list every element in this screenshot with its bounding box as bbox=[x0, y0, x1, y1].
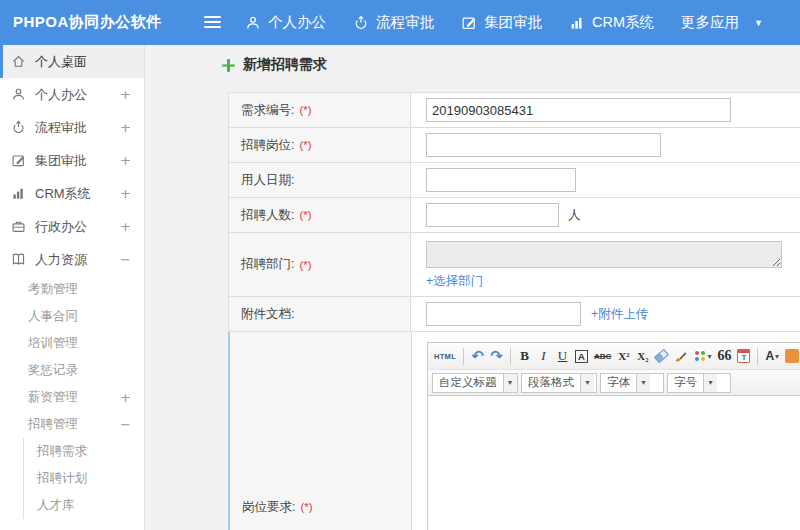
editor-toolbar-row1: HTML ↶ ↷ B I U A ABC X² X₂ ▾ bbox=[428, 343, 800, 370]
topnav-crm-system[interactable]: CRM系统 bbox=[569, 13, 654, 32]
sidebar-item-training-mgmt[interactable]: 培训管理 bbox=[0, 330, 144, 357]
sidebar-item-attendance-mgmt[interactable]: 考勤管理 bbox=[0, 276, 144, 303]
select-department-link[interactable]: +选择部门 bbox=[426, 273, 483, 290]
sidebar-sub-label: 招聘管理 bbox=[28, 416, 78, 433]
editor-content-area[interactable] bbox=[428, 396, 800, 530]
form-row-demand-number: 需求编号: (*) bbox=[228, 93, 800, 128]
font-family-dropdown[interactable]: 字体 ▾ bbox=[600, 373, 664, 393]
hiring-date-input[interactable] bbox=[426, 168, 576, 192]
form-row-headcount: 招聘人数: (*) 人 bbox=[228, 198, 800, 233]
chevron-down-icon: ▾ bbox=[775, 352, 779, 361]
sidebar-item-human-resources[interactable]: 人力资源 − bbox=[0, 243, 144, 276]
sidebar-item-hr-contract[interactable]: 人事合同 bbox=[0, 303, 144, 330]
edit-icon bbox=[11, 153, 26, 168]
topnav-more-apps[interactable]: 更多应用 bbox=[681, 13, 739, 32]
collapse-minus-icon[interactable]: − bbox=[120, 417, 131, 432]
edit-icon bbox=[461, 15, 477, 31]
expand-plus-icon[interactable]: + bbox=[120, 186, 131, 201]
sidebar-item-group-approval[interactable]: 集团审批 + bbox=[0, 144, 144, 177]
font-size-dropdown[interactable]: 字号 ▾ bbox=[667, 373, 731, 393]
recruit-submenu: 招聘需求 招聘计划 人才库 bbox=[23, 438, 144, 519]
form-row-recruit-position: 招聘岗位: (*) bbox=[228, 128, 800, 163]
sidebar-sub-label: 人事合同 bbox=[28, 308, 78, 325]
sidebar-item-reward-records[interactable]: 奖惩记录 bbox=[0, 357, 144, 384]
attachment-input[interactable] bbox=[426, 302, 581, 326]
chevron-down-icon[interactable]: ▼ bbox=[754, 18, 763, 28]
form-row-hiring-date: 用人日期: bbox=[228, 163, 800, 198]
sidebar-item-recruit-demand[interactable]: 招聘需求 bbox=[24, 438, 144, 465]
field-label: 用人日期: bbox=[229, 163, 411, 197]
subscript-button[interactable]: X₂ bbox=[634, 346, 651, 366]
align-center-button[interactable] bbox=[745, 380, 753, 386]
collapse-minus-icon[interactable]: − bbox=[120, 252, 131, 267]
form-row-position-requirements: 岗位要求: (*) HTML ↶ ↷ B I U A ABC bbox=[228, 332, 800, 530]
sidebar-item-salary-mgmt[interactable]: 薪资管理 + bbox=[0, 384, 144, 411]
headcount-input[interactable] bbox=[426, 203, 559, 227]
book-icon bbox=[11, 252, 26, 267]
expand-plus-icon[interactable]: + bbox=[120, 87, 131, 102]
sidebar-item-admin-office[interactable]: 行政办公 + bbox=[0, 210, 144, 243]
undo-icon[interactable]: ↶ bbox=[469, 346, 486, 366]
sidebar-item-recruit-plan[interactable]: 招聘计划 bbox=[24, 465, 144, 492]
align-right-button[interactable] bbox=[756, 380, 764, 386]
superscript-button[interactable]: X² bbox=[615, 346, 632, 366]
menu-toggle-icon[interactable] bbox=[204, 16, 221, 31]
paint-brush-icon[interactable] bbox=[674, 349, 688, 363]
align-justify-button[interactable] bbox=[767, 380, 775, 386]
eraser-icon[interactable] bbox=[654, 349, 669, 363]
rich-text-editor: HTML ↶ ↷ B I U A ABC X² X₂ ▾ bbox=[427, 342, 800, 530]
align-left-button[interactable] bbox=[734, 380, 742, 386]
sidebar: 个人桌面 个人办公 + 流程审批 + 集团审批 + CRM系统 + 行政办公 +… bbox=[0, 45, 145, 530]
expand-plus-icon[interactable]: + bbox=[120, 120, 131, 135]
form-row-attachment: 附件文档: +附件上传 bbox=[228, 297, 800, 332]
color-palette-button[interactable]: ▾ bbox=[692, 346, 713, 366]
sidebar-item-personal-office[interactable]: 个人办公 + bbox=[0, 78, 144, 111]
recruit-position-input[interactable] bbox=[426, 133, 661, 157]
sidebar-item-label: 流程审批 bbox=[35, 119, 87, 137]
sidebar-item-recruit-mgmt[interactable]: 招聘管理 − bbox=[0, 411, 144, 438]
palette-icon bbox=[694, 350, 706, 362]
topnav-process-approval[interactable]: 流程审批 bbox=[353, 13, 434, 32]
topnav-personal-office[interactable]: 个人办公 bbox=[245, 13, 326, 32]
redo-icon[interactable]: ↷ bbox=[488, 346, 505, 366]
custom-title-dropdown[interactable]: 自定义标题 ▾ bbox=[432, 373, 518, 393]
blockquote-button[interactable]: 66 bbox=[715, 346, 733, 366]
topnav-group-approval[interactable]: 集团审批 bbox=[461, 13, 542, 32]
sidebar-item-process-approval[interactable]: 流程审批 + bbox=[0, 111, 144, 144]
sidebar-subsub-label: 招聘计划 bbox=[37, 470, 87, 487]
expand-plus-icon[interactable]: + bbox=[120, 390, 131, 405]
required-mark: (*) bbox=[299, 259, 311, 271]
underline-button[interactable]: U bbox=[554, 346, 571, 366]
strikethrough-button[interactable]: ABC bbox=[592, 346, 613, 366]
sidebar-item-talent-pool[interactable]: 人才库 bbox=[24, 492, 144, 519]
field-label: 附件文档: bbox=[229, 297, 411, 331]
bold-button[interactable]: B bbox=[516, 346, 533, 366]
html-source-button[interactable]: HTML bbox=[432, 346, 458, 366]
sidebar-sub-label: 奖惩记录 bbox=[28, 362, 78, 379]
field-label: 招聘人数: (*) bbox=[229, 198, 411, 232]
paragraph-format-dropdown[interactable]: 段落格式 ▾ bbox=[521, 373, 597, 393]
attachment-upload-link[interactable]: +附件上传 bbox=[591, 306, 648, 323]
sidebar-item-personal-desktop[interactable]: 个人桌面 bbox=[0, 45, 144, 78]
font-color-button[interactable]: A▾ bbox=[763, 346, 781, 366]
chart-icon bbox=[11, 186, 26, 201]
field-label: 招聘岗位: (*) bbox=[229, 128, 411, 162]
briefcase-icon bbox=[11, 219, 26, 234]
expand-plus-icon[interactable]: + bbox=[120, 153, 131, 168]
paste-text-icon[interactable]: T bbox=[737, 349, 750, 363]
italic-button[interactable]: I bbox=[535, 346, 552, 366]
editor-toolbar-row2: 自定义标题 ▾ 段落格式 ▾ 字体 ▾ 字号 ▾ bbox=[428, 370, 800, 396]
sidebar-item-crm-system[interactable]: CRM系统 + bbox=[0, 177, 144, 210]
expand-plus-icon[interactable]: + bbox=[120, 219, 131, 234]
home-icon bbox=[11, 54, 26, 69]
required-mark: (*) bbox=[300, 501, 312, 513]
sidebar-item-label: 人力资源 bbox=[35, 251, 87, 269]
font-background-button[interactable]: A bbox=[575, 350, 588, 363]
sidebar-sub-label: 培训管理 bbox=[28, 335, 78, 352]
demand-number-input[interactable] bbox=[426, 98, 731, 122]
department-textarea[interactable] bbox=[426, 241, 782, 268]
sidebar-sub-label: 薪资管理 bbox=[28, 389, 78, 406]
chevron-down-icon: ▾ bbox=[636, 374, 650, 392]
highlight-icon[interactable] bbox=[785, 349, 799, 363]
sidebar-item-label: 个人桌面 bbox=[35, 53, 87, 71]
